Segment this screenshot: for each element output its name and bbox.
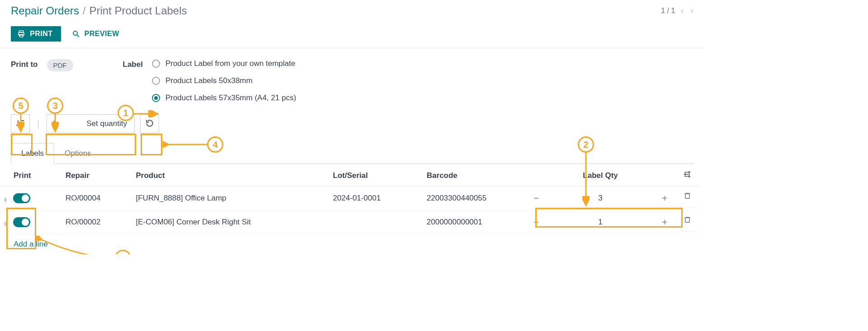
print-toggle[interactable] <box>13 217 30 227</box>
radio-57x35[interactable]: Product Labels 57x35mm (A4, 21 pcs) <box>152 93 296 103</box>
cell-repair: RO/00002 <box>61 210 132 234</box>
breadcrumb-sep: / <box>83 5 86 17</box>
th-qty: Label Qty <box>525 164 675 186</box>
reset-quantity-button[interactable] <box>140 114 159 133</box>
qty-value[interactable]: 1 <box>546 218 655 227</box>
cell-lot <box>328 210 422 234</box>
cell-barcode: 2000000000001 <box>422 210 525 234</box>
svg-line-4 <box>77 35 79 37</box>
search-icon <box>72 30 80 38</box>
delete-row-button[interactable] <box>675 186 699 208</box>
cell-lot: 2024-01-0001 <box>328 186 422 210</box>
set-quantity-button[interactable]: Set quantity <box>79 115 134 133</box>
sort-icon <box>16 119 25 129</box>
cell-repair: RO/00004 <box>61 186 132 210</box>
trash-icon <box>684 192 691 202</box>
svg-point-3 <box>73 31 77 35</box>
svg-point-12 <box>684 174 686 175</box>
set-quantity-input[interactable] <box>47 115 79 133</box>
radio-label: Product Labels 50x38mm <box>165 76 253 85</box>
breadcrumb-leaf: Print Product Labels <box>89 5 187 17</box>
undo-icon <box>145 119 154 129</box>
cell-barcode: 22003300440055 <box>422 186 525 210</box>
drag-handle-icon[interactable]: ▲▼ <box>3 197 8 202</box>
preview-button[interactable]: PREVIEW <box>72 30 119 38</box>
print-to-value[interactable]: PDF <box>47 59 73 71</box>
radio-own-template[interactable]: Product Label from your own template <box>152 59 296 68</box>
th-product: Product <box>132 164 329 186</box>
add-line-label: Add a line <box>0 234 699 255</box>
cell-product: [E-COM06] Corner Desk Right Sit <box>132 210 329 234</box>
labels-table: Print Repair Product Lot/Serial Barcode … <box>0 164 699 254</box>
tab-labels[interactable]: Labels <box>11 143 54 164</box>
qty-decrement-button[interactable]: − <box>530 192 542 205</box>
th-print: Print <box>0 164 61 186</box>
drag-handle-icon[interactable]: ▲▼ <box>3 221 8 226</box>
qty-decrement-button[interactable]: − <box>530 216 542 228</box>
print-toggle[interactable] <box>13 193 30 203</box>
th-settings[interactable] <box>675 164 699 186</box>
pager-prev-icon[interactable]: ‹ <box>679 5 684 17</box>
radio-label: Product Label from your own template <box>165 59 295 68</box>
qty-stepper: − 1 + <box>530 216 671 228</box>
tabs: Labels Options <box>11 143 694 164</box>
label-field-label: Label <box>123 59 143 69</box>
th-lot: Lot/Serial <box>328 164 422 186</box>
svg-point-10 <box>689 172 690 173</box>
printer-icon <box>17 30 25 38</box>
radio-label: Product Labels 57x35mm (A4, 21 pcs) <box>165 93 296 103</box>
th-repair: Repair <box>61 164 132 186</box>
tab-options[interactable]: Options <box>54 143 102 163</box>
table-row[interactable]: ▲▼ RO/00002 [E-COM06] Corner Desk Right … <box>0 210 699 234</box>
record-pager: 1 / 1 ‹ › <box>661 5 694 17</box>
radio-50x38[interactable]: Product Labels 50x38mm <box>152 76 296 85</box>
trash-icon <box>684 216 691 226</box>
qty-stepper: − 3 + <box>530 192 671 205</box>
pager-text: 1 / 1 <box>661 7 675 15</box>
qty-increment-button[interactable]: + <box>658 216 671 228</box>
radio-icon <box>152 77 160 85</box>
print-button-label: PRINT <box>30 30 53 38</box>
svg-point-14 <box>689 176 690 177</box>
delete-row-button[interactable] <box>675 210 699 232</box>
table-row[interactable]: ▲▼ RO/00004 [FURN_8888] Office Lamp 2024… <box>0 186 699 210</box>
breadcrumb-root[interactable]: Repair Orders <box>11 5 79 17</box>
radio-icon <box>152 60 160 68</box>
print-button[interactable]: PRINT <box>11 26 61 42</box>
pager-next-icon[interactable]: › <box>689 5 694 17</box>
radio-icon <box>152 94 160 102</box>
qty-increment-button[interactable]: + <box>658 192 671 205</box>
separator: | <box>35 119 41 129</box>
sort-button[interactable] <box>11 114 30 133</box>
qty-value[interactable]: 3 <box>546 194 655 203</box>
print-to-label: Print to <box>11 59 38 69</box>
breadcrumb: Repair Orders / Print Product Labels <box>11 5 187 17</box>
preview-button-label: PREVIEW <box>85 30 119 38</box>
add-line-row[interactable]: Add a line <box>0 234 699 255</box>
columns-settings-icon <box>683 172 691 180</box>
set-quantity-group: Set quantity <box>47 114 135 133</box>
th-barcode: Barcode <box>422 164 525 186</box>
cell-product: [FURN_8888] Office Lamp <box>132 186 329 210</box>
